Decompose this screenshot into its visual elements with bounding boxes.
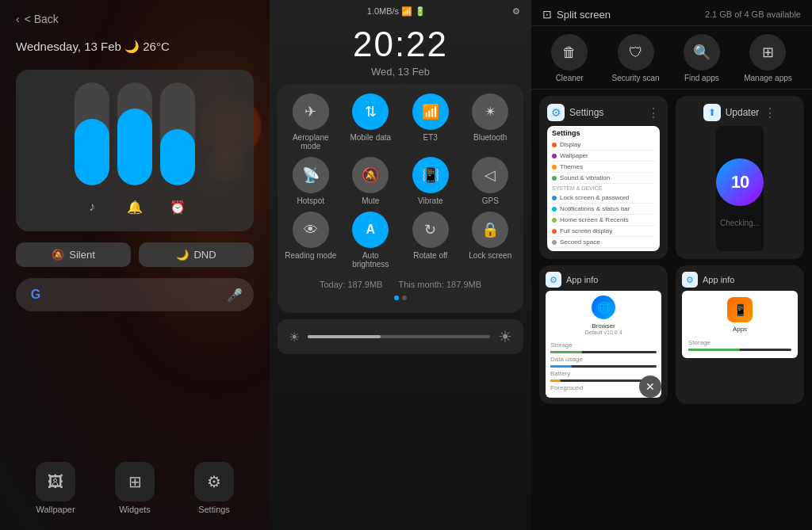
tile-aeroplane[interactable]: ✈ Aeroplane mode: [284, 93, 338, 151]
widgets-icon: ⊞: [115, 462, 155, 501]
tile-gps[interactable]: ◁ GPS: [464, 157, 518, 205]
miui-logo: 10: [716, 158, 764, 206]
slider-icons-row: ♪ 🔔 ⏰: [27, 195, 243, 219]
data-month: This month: 187.9MB: [398, 280, 481, 289]
app-info-settings-icon2: ⚙: [686, 275, 694, 285]
hotspot-icon: 📡: [293, 157, 329, 193]
slider-alarm-fill: [160, 129, 195, 186]
slider-music-fill: [75, 119, 109, 186]
rotate-icon: ↻: [412, 212, 449, 248]
close-button[interactable]: ✕: [639, 376, 661, 398]
brightness-track[interactable]: [308, 335, 490, 338]
slider-notification[interactable]: [117, 82, 152, 185]
app-info-gear-icon2: ⚙: [682, 272, 698, 288]
updater-card[interactable]: ⬆ Updater ⋮ 10 Checking...: [676, 96, 804, 259]
slider-alarm[interactable]: [160, 82, 195, 185]
updater-arrow-icon: ⬆: [708, 107, 716, 118]
brightness-high-icon: ☀: [498, 327, 512, 346]
date-weather-text: Wednesday, 13 Feb 🌙 26°C: [16, 40, 170, 54]
back-button[interactable]: ‹ < Back: [16, 13, 254, 25]
tile-rotate[interactable]: ↻ Rotate off: [404, 212, 458, 269]
tile-mobile-data[interactable]: ⇅ Mobile data: [344, 93, 398, 151]
security-scan-button[interactable]: 🛡 Security scan: [611, 34, 659, 82]
tile-wifi[interactable]: 📶 ET3: [404, 93, 458, 151]
browser-version: Default v10.0.4: [550, 330, 657, 335]
quick-tiles: ✈ Aeroplane mode ⇅ Mobile data 📶 ET3 ✴ B…: [278, 84, 523, 313]
hotspot-label: Hotspot: [297, 196, 324, 205]
time-display: 20:22: [270, 25, 531, 64]
settings-card[interactable]: ⚙ Settings ⋮ Settings Display Wallpaper …: [539, 96, 668, 259]
gps-icon: ◁: [472, 157, 508, 193]
settings-gear-icon: ⚙: [551, 106, 561, 119]
data-usage-text: Data usage: [550, 356, 583, 363]
tile-brightness[interactable]: A Auto brightness: [344, 212, 398, 269]
battery-text: Battery: [550, 370, 570, 377]
data-usage-row: Today: 187.9MB This month: 187.9MB: [284, 275, 517, 292]
wallpaper-item[interactable]: 🖼 Wallpaper: [36, 462, 75, 514]
brightness-bar[interactable]: ☀ ☀: [278, 319, 523, 354]
auto-brightness-label: Auto brightness: [344, 251, 398, 269]
slider-notification-fill: [117, 109, 152, 186]
date-weather-display: Wednesday, 13 Feb 🌙 26°C: [16, 40, 254, 54]
dot-wallpaper: [552, 154, 557, 158]
split-screen-label: ⊡ Split screen: [542, 8, 611, 21]
dot-lock: [552, 196, 557, 200]
tile-hotspot[interactable]: 📡 Hotspot: [284, 157, 338, 205]
cleaner-button[interactable]: 🗑 Cleaner: [551, 34, 588, 82]
tile-mute[interactable]: 🔕 Mute: [344, 157, 398, 205]
widgets-item[interactable]: ⊞ Widgets: [115, 462, 155, 514]
tiles-grid-row1: ✈ Aeroplane mode ⇅ Mobile data 📶 ET3 ✴ B…: [284, 93, 517, 151]
app-info-card-browser[interactable]: ⚙ App info 🌐 Browser Default v10.0.4 Sto…: [539, 265, 668, 404]
dot-sound: [552, 176, 557, 181]
vibrate-label: Vibrate: [418, 196, 443, 205]
settings-item[interactable]: ⚙ Settings: [194, 462, 234, 514]
browser-icon: 🌐: [592, 296, 615, 319]
reading-icon: 👁: [293, 212, 329, 248]
silent-button[interactable]: 🔕 Silent: [16, 242, 131, 267]
settings-item-sound: Sound & vibration: [552, 173, 655, 184]
settings-item-lockscreen: Lock screen & password: [552, 193, 655, 204]
updater-card-icon: ⬆: [703, 104, 721, 121]
dot-1: [394, 296, 399, 300]
dot-second: [552, 240, 557, 245]
lock-label: Lock screen: [469, 251, 511, 260]
manage-apps-button[interactable]: ⊞ Manage apps: [744, 34, 792, 82]
split-screen-text: Split screen: [557, 9, 611, 21]
google-logo: G: [27, 286, 44, 303]
tile-reading[interactable]: 👁 Reading mode: [284, 212, 338, 269]
slider-widget: ♪ 🔔 ⏰: [16, 70, 254, 231]
music-icon: ♪: [75, 195, 109, 219]
dot-full: [552, 229, 557, 234]
data-usage-row-browser: Data usage: [550, 354, 657, 364]
settings-item-notifications: Notifications & status bar: [552, 204, 655, 215]
settings-item-wallpaper: Wallpaper: [552, 151, 655, 162]
app-info-label2: App info: [703, 275, 734, 284]
find-apps-button[interactable]: 🔍 Find apps: [684, 34, 720, 82]
silent-dnd-row: 🔕 Silent 🌙 DND: [16, 242, 254, 267]
tile-lock[interactable]: 🔒 Lock screen: [464, 212, 518, 269]
dot-themes: [552, 165, 557, 170]
data-usage-bar-fill: [550, 365, 572, 368]
dnd-button[interactable]: 🌙 DND: [139, 242, 254, 267]
page-dots: [284, 296, 517, 300]
app-info-card-apps[interactable]: ⚙ App info 📱 Apps Storage: [676, 265, 804, 404]
tile-vibrate[interactable]: 📳 Vibrate: [404, 157, 458, 205]
gear-status-icon[interactable]: ⚙: [512, 6, 520, 17]
manage-apps-label: Manage apps: [744, 74, 792, 82]
battery-bar-fill: [550, 379, 561, 382]
alarm-icon: ⏰: [160, 195, 195, 219]
moon-icon: 🌙: [176, 249, 189, 261]
tile-bluetooth[interactable]: ✴ Bluetooth: [464, 93, 518, 151]
google-search-bar[interactable]: G 🎤: [16, 278, 254, 311]
bluetooth-icon: ✴: [472, 93, 508, 130]
vibrate-icon: 📳: [412, 157, 449, 193]
apps-stats: Storage: [688, 337, 791, 351]
apps-icon: 📱: [727, 297, 753, 322]
security-scan-icon: 🛡: [618, 34, 654, 71]
dot-home: [552, 218, 557, 223]
slider-music[interactable]: [75, 82, 109, 185]
wifi-icon: 📶: [412, 93, 449, 130]
silent-label: Silent: [69, 249, 95, 261]
tiles-grid-row2: 📡 Hotspot 🔕 Mute 📳 Vibrate ◁ GPS: [284, 157, 517, 205]
mobile-data-label: Mobile data: [350, 133, 391, 142]
